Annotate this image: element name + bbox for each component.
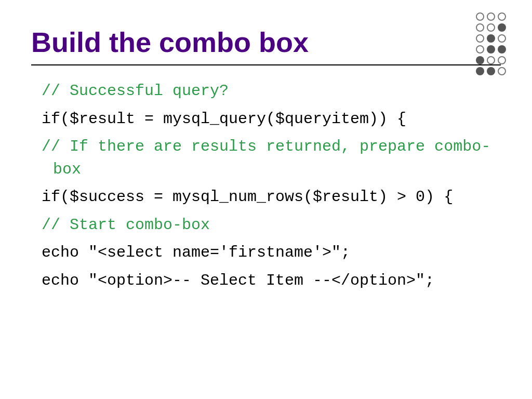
slide-title: Build the combo box [31, 26, 501, 61]
code-comment: // Successful query? [42, 82, 229, 100]
slide: Build the combo box // Successful query?… [0, 0, 532, 399]
code-line: if($success = mysql_num_rows($result) > … [42, 188, 453, 206]
dot-icon [487, 67, 495, 75]
title-divider [31, 64, 501, 65]
dot-icon [487, 34, 495, 43]
dot-icon [476, 67, 484, 75]
dot-icon [498, 45, 506, 54]
code-line: echo "<option>-- Select Item --</option>… [42, 272, 434, 289]
dot-icon [476, 23, 484, 32]
dot-icon [498, 67, 506, 75]
dot-icon [498, 34, 506, 43]
dot-icon [476, 45, 484, 54]
decorative-dot-grid [476, 12, 507, 76]
dot-icon [487, 23, 495, 32]
code-comment: // If there are results returned, prepar… [42, 138, 490, 178]
dot-icon [487, 45, 495, 54]
dot-icon [498, 56, 506, 64]
dot-icon [476, 12, 484, 21]
dot-icon [476, 56, 484, 64]
dot-icon [498, 23, 506, 32]
code-block: // Successful query? if($result = mysql_… [42, 80, 501, 292]
dot-icon [487, 12, 495, 21]
dot-icon [487, 56, 495, 64]
code-line: if($result = mysql_query($queryitem)) { [42, 110, 406, 128]
code-comment: // Start combo-box [42, 216, 210, 234]
dot-icon [476, 34, 484, 43]
dot-icon [498, 12, 506, 21]
code-line: echo "<select name='firstname'>"; [42, 244, 350, 261]
